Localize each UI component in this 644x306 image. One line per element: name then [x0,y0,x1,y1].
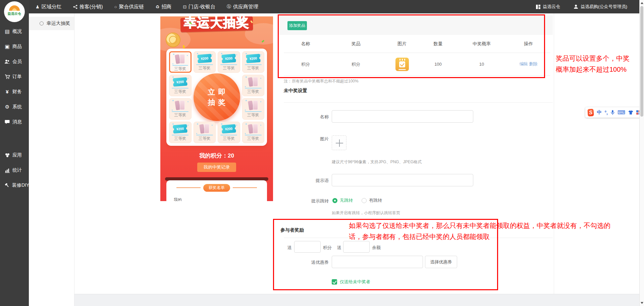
coupon-input[interactable] [332,256,423,268]
sidebar-label: 消息 [12,119,22,125]
calendar-check-icon [395,58,409,71]
ime-mode-icon[interactable]: 中 [597,110,601,116]
sidebar-item-messages[interactable]: 消息 [0,114,29,129]
prize-cell-label: 三等奖 [174,89,186,95]
prize-cell-label: 三等奖 [174,112,186,118]
sidebar-item-overview[interactable]: ▤ 概况 [0,24,29,39]
give-coupon-label: 送优惠券 [275,259,329,265]
give-balance-input[interactable] [343,241,370,253]
col-quantity: 数量 [420,41,457,47]
tip-label: 提示语 [275,178,329,184]
scroll-down-icon[interactable] [641,302,643,304]
tip-input[interactable] [332,174,473,186]
prize-cell-label: 三等奖 [199,65,211,71]
coupon-prize-image: ¥200 [173,124,187,133]
draw-button-cell: 立即 抽奖 [194,75,240,120]
sidebar-item-stats[interactable]: 统计 [0,163,29,178]
nav-item-region-dividend[interactable]: ♟ 区域分红 [36,4,62,10]
sidebar-item-apps[interactable]: 应用 [0,147,29,163]
scrollbar-thumb[interactable] [640,6,643,117]
nav-label: 聚合供应链 [119,4,144,10]
select-coupon-button[interactable]: 选择优惠券 [425,256,457,268]
submenu-item-lucky-draw[interactable]: 幸运大抽奖 [29,17,74,30]
coupon-prize-image: ¥200 [221,124,236,133]
nav-item-supplier-mgmt[interactable]: Ⓢ 供应商管理 [227,4,258,10]
keyboard-icon[interactable]: ⌨ [618,109,625,116]
cell-actions: 编辑 删除 [507,61,550,67]
scroll-up-icon[interactable] [641,2,643,4]
prize-cell-phone: 三等奖 [242,98,265,120]
warehouse-switcher[interactable]: 益选云仓 [536,4,560,10]
no-win-name-input[interactable] [332,110,473,123]
topbar-right: 益选云仓 益选易购(公众号管理员) [536,0,627,13]
goods-icon: ▣ [4,44,10,50]
winners-row-partial: 我的 [174,197,182,201]
radio-has-jump[interactable]: 有跳转 [362,197,382,203]
radio-off-icon [362,198,367,203]
jump-label: 提示跳转 [275,198,329,204]
nav-item-distribution[interactable]: 推客(分销) [73,4,103,10]
pill-line-right [233,187,257,188]
prize-table-row: 积分 积分 100 10 编辑 删除 [284,53,550,76]
draw-label-line1: 立即 [205,87,229,97]
col-actions: 操作 [507,41,550,47]
phone-prize-image [248,100,259,111]
edit-link[interactable]: 编辑 [520,62,528,66]
sidebar-label: 会员 [12,59,22,65]
plus-icon [339,139,340,147]
app-logo[interactable]: 益选云仓 [4,1,25,22]
my-points-text: 我的积分：20 [160,152,273,160]
sidebar-item-members[interactable]: 会员 [0,54,29,69]
page-footer-area [74,294,639,306]
sidebar-label: 订单 [12,74,22,80]
share-icon [73,5,77,9]
nav-label: 供应商管理 [233,4,258,10]
account-label: 益选易购(公众号管理员) [581,4,627,10]
sidebar-item-system[interactable]: ⚙ 系统 [0,99,29,114]
ime-punct-icon[interactable]: °, [604,110,608,115]
prize-cell-label: 三等奖 [199,136,211,141]
sidebar-label: 概况 [12,28,22,35]
nav-item-supply-chain[interactable]: ○ 聚合供应链 [114,4,144,10]
skin-tshirt-icon[interactable] [628,110,633,115]
radio-no-jump[interactable]: 无跳转 [332,197,353,203]
sidebar-label: 统计 [12,167,22,173]
nav-label: 推客(分销) [79,4,103,10]
vertical-scrollbar[interactable] [639,0,644,306]
nav-item-store-cashier[interactable]: ⊡ 门店-收银台 [183,4,215,10]
sidebar-item-orders[interactable]: 订单 [0,69,29,84]
give-points-input[interactable] [294,241,321,253]
microphone-icon[interactable] [611,110,614,115]
cell-name: 积分 [284,61,327,67]
cart-icon [4,74,10,79]
yen-icon: ¥ [4,89,10,95]
apps-cluster-icon [4,152,10,158]
col-prize: 奖品 [327,41,384,47]
prize-cell-coupon: ¥200三等奖 [194,51,216,73]
prize-cell-coupon: ¥200三等奖 [218,51,240,73]
sidebar-item-decorate-diy[interactable]: 装修DIY [0,178,29,193]
probability-note: 注：所有奖品中奖概率总和不能超过100% [284,78,359,84]
cell-probability: 10 [457,62,507,67]
section-title-no-win: 未中奖设置 [284,88,307,94]
sidebar-label: 应用 [12,152,22,158]
account-menu[interactable]: 益选易购(公众号管理员) [574,4,627,10]
nav-item-investment[interactable]: ♻ 招商 [156,4,172,10]
image-label: 图片 [275,136,329,142]
radio-label: 有跳转 [369,197,382,203]
checkbox-checked-icon [332,279,337,285]
draw-label-line2: 抽奖 [205,97,229,108]
submenu-panel: 幸运大抽奖 [29,13,74,306]
image-upload-box[interactable] [332,135,346,150]
delete-link[interactable]: 删除 [529,62,537,66]
sidebar-bottom-group: 应用 统计 装修DIY [0,147,29,193]
logo-sun-icon [9,5,20,11]
sidebar-item-goods[interactable]: ▣ 商品 [0,39,29,54]
only-loser-checkbox-row[interactable]: 仅送给未中奖者 [332,279,370,285]
sidebar-item-finance[interactable]: ¥ 财务 [0,84,29,99]
sogou-logo-icon[interactable]: S [587,109,594,116]
add-prize-button[interactable]: 添加奖品 [287,21,307,30]
points-suffix: 积分 [323,245,332,251]
radio-label: 无跳转 [340,197,353,203]
name-label: 名称 [275,114,329,120]
